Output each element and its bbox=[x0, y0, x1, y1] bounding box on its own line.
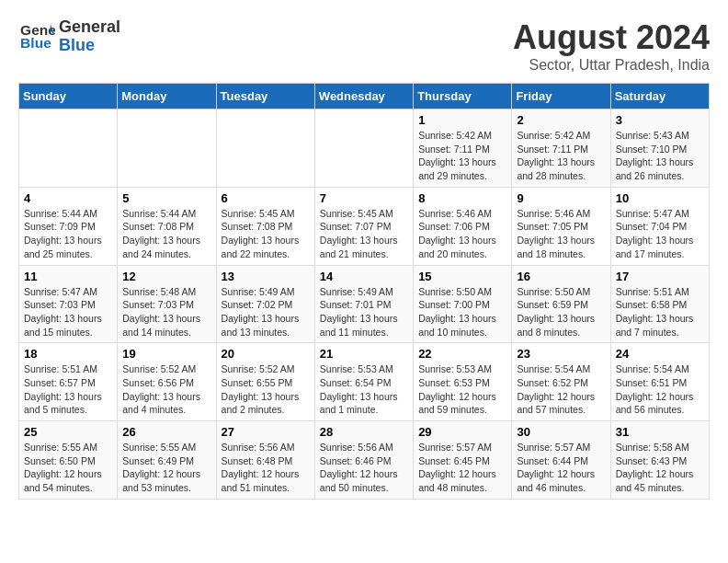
day-cell bbox=[118, 109, 216, 188]
day-cell: 28Sunrise: 5:56 AMSunset: 6:46 PMDayligh… bbox=[314, 421, 413, 500]
week-row-4: 18Sunrise: 5:51 AMSunset: 6:57 PMDayligh… bbox=[19, 343, 710, 421]
day-number: 5 bbox=[122, 191, 210, 205]
day-cell: 13Sunrise: 5:49 AMSunset: 7:02 PMDayligh… bbox=[216, 265, 314, 343]
col-header-saturday: Saturday bbox=[610, 84, 709, 109]
day-number: 30 bbox=[517, 425, 605, 439]
day-number: 12 bbox=[122, 270, 210, 283]
day-info: Sunrise: 5:47 AMSunset: 7:04 PMDaylight:… bbox=[616, 207, 704, 261]
day-info: Sunrise: 5:50 AMSunset: 6:59 PMDaylight:… bbox=[517, 285, 605, 339]
day-info: Sunrise: 5:45 AMSunset: 7:07 PMDaylight:… bbox=[320, 207, 408, 261]
day-info: Sunrise: 5:43 AMSunset: 7:10 PMDaylight:… bbox=[616, 129, 704, 183]
day-cell: 6Sunrise: 5:45 AMSunset: 7:08 PMDaylight… bbox=[216, 187, 314, 265]
day-number: 29 bbox=[418, 425, 506, 439]
day-cell: 26Sunrise: 5:55 AMSunset: 6:49 PMDayligh… bbox=[118, 421, 216, 500]
day-info: Sunrise: 5:46 AMSunset: 7:06 PMDaylight:… bbox=[418, 207, 506, 261]
day-cell: 31Sunrise: 5:58 AMSunset: 6:43 PMDayligh… bbox=[610, 421, 709, 500]
day-info: Sunrise: 5:52 AMSunset: 6:56 PMDaylight:… bbox=[122, 362, 210, 417]
day-info: Sunrise: 5:55 AMSunset: 6:50 PMDaylight:… bbox=[24, 441, 112, 495]
day-number: 11 bbox=[24, 270, 112, 283]
day-number: 6 bbox=[222, 191, 310, 205]
day-cell: 17Sunrise: 5:51 AMSunset: 6:58 PMDayligh… bbox=[610, 265, 709, 343]
day-number: 18 bbox=[24, 347, 112, 361]
day-info: Sunrise: 5:42 AMSunset: 7:11 PMDaylight:… bbox=[418, 129, 506, 183]
day-number: 9 bbox=[517, 191, 605, 205]
calendar-header-row: SundayMondayTuesdayWednesdayThursdayFrid… bbox=[19, 84, 710, 109]
day-cell: 5Sunrise: 5:44 AMSunset: 7:08 PMDaylight… bbox=[118, 187, 216, 265]
day-cell: 1Sunrise: 5:42 AMSunset: 7:11 PMDaylight… bbox=[414, 109, 512, 188]
day-info: Sunrise: 5:44 AMSunset: 7:08 PMDaylight:… bbox=[122, 207, 210, 261]
day-number: 10 bbox=[616, 191, 704, 205]
day-cell: 7Sunrise: 5:45 AMSunset: 7:07 PMDaylight… bbox=[314, 187, 413, 265]
day-cell: 23Sunrise: 5:54 AMSunset: 6:52 PMDayligh… bbox=[512, 343, 610, 421]
day-info: Sunrise: 5:58 AMSunset: 6:43 PMDaylight:… bbox=[616, 441, 704, 495]
day-cell: 21Sunrise: 5:53 AMSunset: 6:54 PMDayligh… bbox=[314, 343, 413, 421]
day-cell: 29Sunrise: 5:57 AMSunset: 6:45 PMDayligh… bbox=[414, 421, 512, 500]
day-cell: 22Sunrise: 5:53 AMSunset: 6:53 PMDayligh… bbox=[414, 343, 512, 421]
day-cell: 27Sunrise: 5:56 AMSunset: 6:48 PMDayligh… bbox=[216, 421, 314, 500]
day-info: Sunrise: 5:44 AMSunset: 7:09 PMDaylight:… bbox=[24, 207, 112, 261]
logo: General Blue General Blue bbox=[18, 18, 120, 55]
day-info: Sunrise: 5:50 AMSunset: 7:00 PMDaylight:… bbox=[418, 285, 506, 339]
week-row-3: 11Sunrise: 5:47 AMSunset: 7:03 PMDayligh… bbox=[19, 265, 710, 343]
day-number: 24 bbox=[616, 347, 704, 361]
day-cell: 16Sunrise: 5:50 AMSunset: 6:59 PMDayligh… bbox=[512, 265, 610, 343]
col-header-monday: Monday bbox=[118, 84, 216, 109]
col-header-thursday: Thursday bbox=[414, 84, 512, 109]
day-number: 17 bbox=[616, 270, 704, 283]
day-number: 3 bbox=[616, 113, 704, 127]
day-info: Sunrise: 5:57 AMSunset: 6:44 PMDaylight:… bbox=[517, 441, 605, 495]
day-number: 28 bbox=[320, 425, 408, 439]
day-info: Sunrise: 5:56 AMSunset: 6:46 PMDaylight:… bbox=[320, 441, 408, 495]
day-number: 1 bbox=[418, 113, 506, 127]
day-cell: 4Sunrise: 5:44 AMSunset: 7:09 PMDaylight… bbox=[19, 187, 118, 265]
day-number: 2 bbox=[517, 113, 605, 127]
day-cell: 25Sunrise: 5:55 AMSunset: 6:50 PMDayligh… bbox=[19, 421, 118, 500]
day-number: 15 bbox=[418, 270, 506, 283]
day-cell: 10Sunrise: 5:47 AMSunset: 7:04 PMDayligh… bbox=[610, 187, 709, 265]
day-cell: 24Sunrise: 5:54 AMSunset: 6:51 PMDayligh… bbox=[610, 343, 709, 421]
day-cell: 20Sunrise: 5:52 AMSunset: 6:55 PMDayligh… bbox=[216, 343, 314, 421]
day-cell: 3Sunrise: 5:43 AMSunset: 7:10 PMDaylight… bbox=[610, 109, 709, 188]
day-cell: 19Sunrise: 5:52 AMSunset: 6:56 PMDayligh… bbox=[118, 343, 216, 421]
day-number: 26 bbox=[122, 425, 210, 439]
day-number: 21 bbox=[320, 347, 408, 361]
day-cell: 2Sunrise: 5:42 AMSunset: 7:11 PMDaylight… bbox=[512, 109, 610, 188]
location-text: Sector, Uttar Pradesh, India bbox=[513, 57, 710, 74]
day-number: 4 bbox=[24, 191, 112, 205]
day-cell: 12Sunrise: 5:48 AMSunset: 7:03 PMDayligh… bbox=[118, 265, 216, 343]
day-info: Sunrise: 5:51 AMSunset: 6:57 PMDaylight:… bbox=[24, 362, 112, 417]
col-header-tuesday: Tuesday bbox=[216, 84, 314, 109]
day-info: Sunrise: 5:56 AMSunset: 6:48 PMDaylight:… bbox=[222, 441, 310, 495]
day-number: 27 bbox=[222, 425, 310, 439]
day-number: 20 bbox=[222, 347, 310, 361]
day-info: Sunrise: 5:54 AMSunset: 6:51 PMDaylight:… bbox=[616, 362, 704, 417]
week-row-5: 25Sunrise: 5:55 AMSunset: 6:50 PMDayligh… bbox=[19, 421, 710, 500]
day-info: Sunrise: 5:48 AMSunset: 7:03 PMDaylight:… bbox=[122, 285, 210, 339]
calendar-table: SundayMondayTuesdayWednesdayThursdayFrid… bbox=[18, 83, 710, 500]
day-info: Sunrise: 5:53 AMSunset: 6:53 PMDaylight:… bbox=[418, 362, 506, 417]
day-number: 19 bbox=[122, 347, 210, 361]
day-info: Sunrise: 5:49 AMSunset: 7:01 PMDaylight:… bbox=[320, 285, 408, 339]
day-number: 8 bbox=[418, 191, 506, 205]
day-cell: 14Sunrise: 5:49 AMSunset: 7:01 PMDayligh… bbox=[314, 265, 413, 343]
col-header-sunday: Sunday bbox=[19, 84, 118, 109]
day-info: Sunrise: 5:52 AMSunset: 6:55 PMDaylight:… bbox=[222, 362, 310, 417]
day-number: 22 bbox=[418, 347, 506, 361]
title-block: August 2024 Sector, Uttar Pradesh, India bbox=[513, 18, 710, 74]
day-cell: 30Sunrise: 5:57 AMSunset: 6:44 PMDayligh… bbox=[512, 421, 610, 500]
day-info: Sunrise: 5:45 AMSunset: 7:08 PMDaylight:… bbox=[222, 207, 310, 261]
day-number: 14 bbox=[320, 270, 408, 283]
day-info: Sunrise: 5:54 AMSunset: 6:52 PMDaylight:… bbox=[517, 362, 605, 417]
day-number: 23 bbox=[517, 347, 605, 361]
logo-icon: General Blue bbox=[18, 20, 55, 52]
day-cell: 9Sunrise: 5:46 AMSunset: 7:05 PMDaylight… bbox=[512, 187, 610, 265]
day-info: Sunrise: 5:51 AMSunset: 6:58 PMDaylight:… bbox=[616, 285, 704, 339]
day-cell: 8Sunrise: 5:46 AMSunset: 7:06 PMDaylight… bbox=[414, 187, 512, 265]
week-row-1: 1Sunrise: 5:42 AMSunset: 7:11 PMDaylight… bbox=[19, 109, 710, 188]
day-number: 13 bbox=[222, 270, 310, 283]
svg-text:Blue: Blue bbox=[20, 35, 51, 51]
day-number: 16 bbox=[517, 270, 605, 283]
day-cell bbox=[19, 109, 118, 188]
day-cell bbox=[216, 109, 314, 188]
day-cell: 15Sunrise: 5:50 AMSunset: 7:00 PMDayligh… bbox=[414, 265, 512, 343]
